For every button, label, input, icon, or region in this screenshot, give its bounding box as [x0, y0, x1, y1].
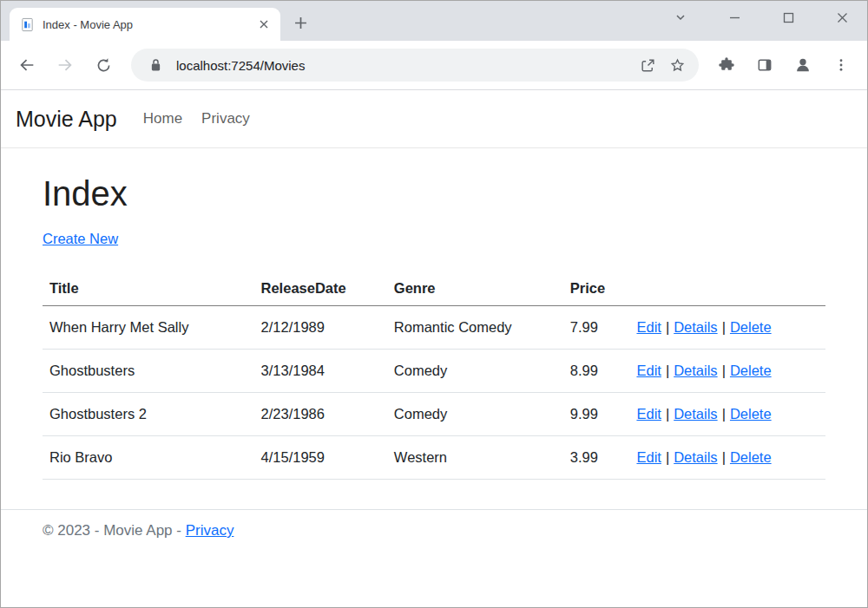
tab-strip: Index - Movie App	[1, 1, 867, 41]
edit-link[interactable]: Edit	[636, 406, 661, 422]
cell-release-date: 3/13/1984	[254, 350, 387, 393]
edit-link[interactable]: Edit	[636, 319, 661, 335]
share-button[interactable]	[633, 50, 662, 80]
footer-privacy-link[interactable]: Privacy	[186, 522, 234, 539]
site-info-button[interactable]	[145, 55, 166, 75]
delete-link[interactable]: Delete	[730, 406, 772, 422]
extensions-button[interactable]	[709, 48, 744, 82]
create-new-link[interactable]: Create New	[43, 231, 118, 246]
navbar-brand[interactable]: Movie App	[16, 107, 117, 132]
cell-actions: Edit|Details|Delete	[629, 306, 825, 350]
action-separator: |	[666, 406, 669, 422]
minimize-icon	[729, 12, 740, 23]
delete-link[interactable]: Delete	[730, 449, 772, 465]
reload-button[interactable]	[86, 48, 121, 82]
nav-link-privacy[interactable]: Privacy	[201, 110, 250, 127]
cell-price: 7.99	[563, 306, 630, 350]
maximize-button[interactable]	[777, 6, 799, 29]
cell-actions: Edit|Details|Delete	[629, 393, 825, 436]
tab-title: Index - Movie App	[43, 18, 254, 31]
puzzle-icon	[718, 56, 735, 74]
edit-link[interactable]: Edit	[636, 363, 661, 378]
avatar-icon	[793, 56, 812, 75]
copyright-text: © 2023 - Movie App -	[43, 522, 186, 539]
forward-arrow-icon	[56, 56, 75, 75]
tab-search-button[interactable]	[669, 6, 692, 29]
nav-link-home[interactable]: Home	[143, 110, 182, 127]
browser-tab[interactable]: Index - Movie App	[10, 8, 280, 41]
bookmark-button[interactable]	[662, 50, 692, 80]
url-text: localhost:7254/Movies	[176, 58, 633, 73]
cell-genre: Western	[387, 436, 563, 480]
tab-close-button[interactable]	[254, 15, 273, 34]
maximize-icon	[783, 12, 794, 23]
action-separator: |	[666, 449, 669, 465]
page-content: Movie App Home Privacy Index Create New …	[1, 90, 867, 607]
cell-release-date: 2/23/1986	[254, 393, 387, 436]
back-button[interactable]	[10, 48, 44, 82]
window-controls	[669, 6, 853, 29]
table-row: Rio Bravo 4/15/1959 Western 3.99 Edit|De…	[43, 436, 825, 480]
table-row: Ghostbusters 2 2/23/1986 Comedy 9.99 Edi…	[43, 393, 825, 436]
browser-window: Index - Movie App	[0, 0, 868, 608]
details-link[interactable]: Details	[674, 363, 717, 378]
browser-toolbar: localhost:7254/Movies	[1, 41, 867, 90]
profile-button[interactable]	[786, 48, 820, 82]
details-link[interactable]: Details	[674, 319, 717, 335]
table-row: Ghostbusters 3/13/1984 Comedy 8.99 Edit|…	[43, 350, 825, 393]
cell-title: Ghostbusters	[43, 350, 254, 393]
minimize-button[interactable]	[723, 6, 746, 29]
action-separator: |	[722, 449, 726, 465]
cell-price: 3.99	[563, 436, 630, 480]
share-icon	[640, 57, 656, 74]
action-separator: |	[722, 406, 726, 422]
side-panel-icon	[756, 56, 773, 74]
main-content: Index Create New Title ReleaseDate Genre…	[1, 148, 867, 480]
cell-genre: Romantic Comedy	[387, 306, 563, 350]
cell-actions: Edit|Details|Delete	[629, 350, 825, 393]
cell-title: When Harry Met Sally	[43, 306, 254, 350]
cell-price: 8.99	[563, 350, 630, 393]
cell-release-date: 2/12/1989	[254, 306, 387, 350]
page-favicon-icon	[20, 17, 35, 32]
table-header: Title ReleaseDate Genre Price	[43, 271, 825, 306]
close-icon	[259, 19, 269, 29]
details-link[interactable]: Details	[674, 449, 717, 465]
header-release-date: ReleaseDate	[254, 271, 387, 306]
delete-link[interactable]: Delete	[730, 319, 772, 335]
site-navbar: Movie App Home Privacy	[1, 90, 867, 148]
cell-genre: Comedy	[387, 350, 563, 393]
cell-genre: Comedy	[387, 393, 563, 436]
side-panel-button[interactable]	[747, 48, 782, 82]
action-separator: |	[666, 319, 669, 335]
delete-link[interactable]: Delete	[730, 363, 772, 378]
cell-title: Ghostbusters 2	[43, 393, 254, 436]
new-tab-button[interactable]	[287, 10, 313, 36]
forward-button[interactable]	[48, 48, 82, 82]
details-link[interactable]: Details	[674, 406, 717, 422]
cell-release-date: 4/15/1959	[254, 436, 387, 480]
back-arrow-icon	[17, 56, 36, 75]
action-separator: |	[722, 319, 726, 335]
close-window-button[interactable]	[831, 6, 853, 29]
plus-icon	[294, 16, 307, 29]
action-separator: |	[666, 363, 669, 378]
header-actions	[629, 271, 825, 306]
cell-price: 9.99	[563, 393, 630, 436]
table-row: When Harry Met Sally 2/12/1989 Romantic …	[43, 306, 825, 350]
close-icon	[837, 12, 848, 23]
site-footer: © 2023 - Movie App - Privacy	[1, 509, 867, 552]
lock-icon	[150, 58, 161, 72]
header-genre: Genre	[387, 271, 563, 306]
header-title: Title	[43, 271, 254, 306]
reload-icon	[95, 56, 113, 75]
star-icon	[669, 57, 686, 74]
browser-menu-button[interactable]	[824, 48, 858, 82]
page-title: Index	[43, 174, 825, 213]
movies-table: Title ReleaseDate Genre Price When Harry…	[43, 271, 825, 480]
chevron-down-icon	[674, 11, 687, 23]
edit-link[interactable]: Edit	[636, 449, 661, 465]
cell-actions: Edit|Details|Delete	[629, 436, 825, 480]
action-separator: |	[722, 363, 726, 378]
address-bar[interactable]: localhost:7254/Movies	[131, 49, 699, 82]
